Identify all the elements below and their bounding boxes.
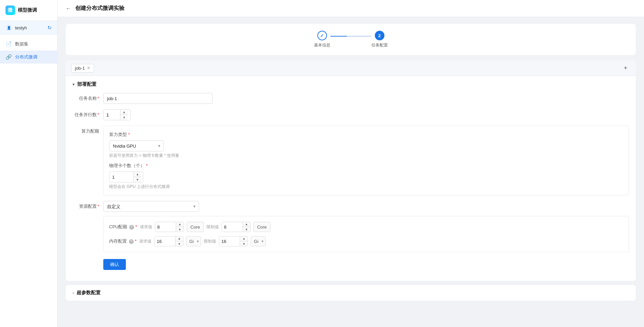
dataset-icon: 📄 — [5, 41, 12, 47]
cpu-request-increment-button[interactable]: ▲ — [176, 222, 184, 227]
hyperparams-card: › 超参数配置 — [66, 285, 636, 301]
stepper: ✓ 基本信息 2 任务配置 — [314, 31, 388, 48]
card-count-decrement-button[interactable]: ▼ — [134, 177, 141, 182]
tab-bar: job-1 ✕ + — [66, 60, 636, 76]
card-count-input[interactable] — [109, 172, 133, 182]
mem-request-unit-dropdown[interactable]: Gi Mi Ti — [186, 236, 201, 246]
sidebar-item-dataset-label: 数据集 — [15, 41, 28, 47]
confirm-button[interactable]: 确认 — [103, 259, 126, 270]
resource-type-select[interactable]: 自定义 小型 中型 大型 — [103, 201, 199, 212]
cpu-request-decrement-button[interactable]: ▼ — [176, 227, 184, 232]
card-count-increment-button[interactable]: ▲ — [134, 172, 141, 177]
mem-limit-increment-button[interactable]: ▲ — [240, 236, 248, 241]
tab-close-icon[interactable]: ✕ — [87, 66, 90, 70]
main-body: ✓ 基本信息 2 任务配置 job-1 ✕ + — [57, 17, 644, 327]
resource-label: 资源配置* — [73, 201, 103, 212]
step-task-label: 任务配置 — [371, 42, 388, 48]
page-title: 创建分布式微调实验 — [75, 5, 124, 12]
mem-label: 内存配置 ? * — [109, 238, 136, 244]
hyperparams-section-header[interactable]: › 超参数配置 — [66, 285, 636, 301]
sidebar-user: 👤 testyh ↻ — [0, 21, 57, 35]
tab-card: job-1 ✕ + ▾ 部署配置 任务名称* — [66, 60, 636, 281]
mem-limit-unit-select[interactable]: Gi Mi Ti ▼ — [251, 236, 266, 246]
mem-limit-spinner: ▲ ▼ — [219, 236, 248, 246]
refresh-icon[interactable]: ↻ — [48, 25, 52, 30]
deploy-section-header: ▾ 部署配置 — [73, 81, 629, 87]
sidebar: 微 模型微调 👤 testyh ↻ 📄 数据集 🔗 分布式微调 — [0, 0, 57, 327]
tab-job1[interactable]: job-1 ✕ — [71, 64, 94, 72]
compute-type-select[interactable]: Nvidia GPU CPU TPU — [109, 140, 164, 151]
step-basic-label: 基本信息 — [314, 42, 330, 48]
cpu-limit-tag: 限制值 — [207, 224, 219, 230]
cpu-config-row: CPU配额 ? * 请求值 ▲ ▼ — [109, 222, 623, 232]
deploy-toggle-icon[interactable]: ▾ — [73, 82, 75, 87]
logo-icon: 微 — [5, 5, 15, 15]
sidebar-logo: 微 模型微调 — [0, 0, 57, 21]
add-tab-button[interactable]: + — [621, 63, 630, 73]
sidebar-item-distributed-label: 分布式微调 — [15, 54, 37, 60]
task-name-label: 任务名称* — [73, 93, 103, 104]
cpu-request-tag: 请求值 — [140, 224, 152, 230]
cpu-info-icon[interactable]: ? — [129, 225, 134, 230]
compute-config-row: 算力配额 算力类型 * — [73, 126, 629, 195]
cpu-request-input[interactable] — [155, 222, 176, 232]
mem-request-tag: 请求值 — [139, 239, 152, 244]
page-header: ← 创建分布式微调实验 — [57, 0, 644, 17]
cpu-limit-input[interactable] — [222, 222, 242, 232]
step-basic: ✓ 基本信息 — [314, 31, 330, 48]
compute-label: 算力配额 — [73, 126, 103, 137]
hyperparams-section-title: 超参数配置 — [77, 290, 101, 296]
tab-job1-label: job-1 — [75, 66, 85, 71]
mem-info-icon[interactable]: ? — [129, 239, 134, 244]
stepper-container: ✓ 基本信息 2 任务配置 — [66, 24, 636, 55]
task-name-input[interactable] — [103, 93, 213, 104]
cpu-label: CPU配额 ? * — [109, 224, 137, 230]
mem-limit-input[interactable] — [219, 236, 240, 246]
resource-config-row: 资源配置* 自定义 小型 中型 大型 ▼ — [73, 201, 629, 270]
logo-text: 模型微调 — [18, 7, 37, 13]
task-parallelism-input[interactable] — [104, 110, 120, 120]
step-connector — [330, 36, 371, 37]
cpu-limit-decrement-button[interactable]: ▼ — [243, 227, 250, 232]
confirm-button-wrapper: 确认 — [103, 256, 629, 270]
cpu-limit-spinner: ▲ ▼ — [222, 222, 251, 232]
sidebar-item-dataset[interactable]: 📄 数据集 — [0, 38, 57, 51]
mem-limit-unit-dropdown[interactable]: Gi Mi Ti — [251, 236, 265, 246]
cpu-request-unit: Core — [187, 222, 204, 232]
parallelism-decrement-button[interactable]: ▼ — [120, 115, 128, 120]
card-count-group: 物理卡个数（个） * ▲ ▼ 模型 — [109, 163, 623, 190]
resource-control: 自定义 小型 中型 大型 ▼ CPU — [103, 201, 629, 270]
cpu-request-spinner: ▲ ▼ — [155, 222, 184, 232]
mem-limit-tag: 限制值 — [204, 239, 216, 244]
sidebar-item-distributed[interactable]: 🔗 分布式微调 — [0, 51, 57, 64]
deploy-section-title: 部署配置 — [77, 81, 96, 87]
resource-detail-card: CPU配额 ? * 请求值 ▲ ▼ — [103, 216, 629, 252]
compute-type-group: 算力类型 * Nvidia GPU CPU TPU ▼ — [109, 132, 623, 159]
cpu-limit-increment-button[interactable]: ▲ — [243, 222, 250, 227]
mem-config-row: 内存配置 ? * 请求值 ▲ ▼ — [109, 236, 623, 246]
step-task: 2 任务配置 — [371, 31, 388, 48]
compute-hint: 容器可使用算力 = 物理卡数量 * 使用量 — [109, 153, 623, 159]
user-avatar-icon: 👤 — [5, 24, 12, 31]
deploy-section: ▾ 部署配置 任务名称* 任务并行数* — [66, 76, 636, 281]
distributed-icon: 🔗 — [5, 54, 12, 60]
task-parallelism-row: 任务并行数* ▲ ▼ — [73, 109, 629, 120]
mem-request-increment-button[interactable]: ▲ — [175, 236, 183, 241]
card-count-hint: 模型会在 GPU 上进行分布式微调 — [109, 184, 623, 190]
main-content: ← 创建分布式微调实验 ✓ 基本信息 2 任务配置 — [57, 0, 644, 327]
step-task-circle: 2 — [375, 31, 384, 40]
card-count-spinner: ▲ ▼ — [109, 172, 143, 182]
mem-request-input[interactable] — [155, 236, 175, 246]
task-parallelism-control: ▲ ▼ — [103, 109, 629, 120]
parallelism-increment-button[interactable]: ▲ — [120, 110, 128, 115]
mem-limit-decrement-button[interactable]: ▼ — [240, 241, 248, 246]
back-button[interactable]: ← — [66, 5, 71, 12]
task-name-control — [103, 93, 629, 104]
hyperparams-toggle-icon[interactable]: › — [73, 290, 74, 295]
mem-request-unit-select[interactable]: Gi Mi Ti ▼ — [186, 236, 201, 246]
user-name: testyh — [15, 25, 27, 30]
task-parallelism-spinner: ▲ ▼ — [103, 109, 131, 120]
task-parallelism-label: 任务并行数* — [73, 109, 103, 120]
compute-card: 算力类型 * Nvidia GPU CPU TPU ▼ — [103, 126, 629, 195]
mem-request-decrement-button[interactable]: ▼ — [175, 241, 183, 246]
